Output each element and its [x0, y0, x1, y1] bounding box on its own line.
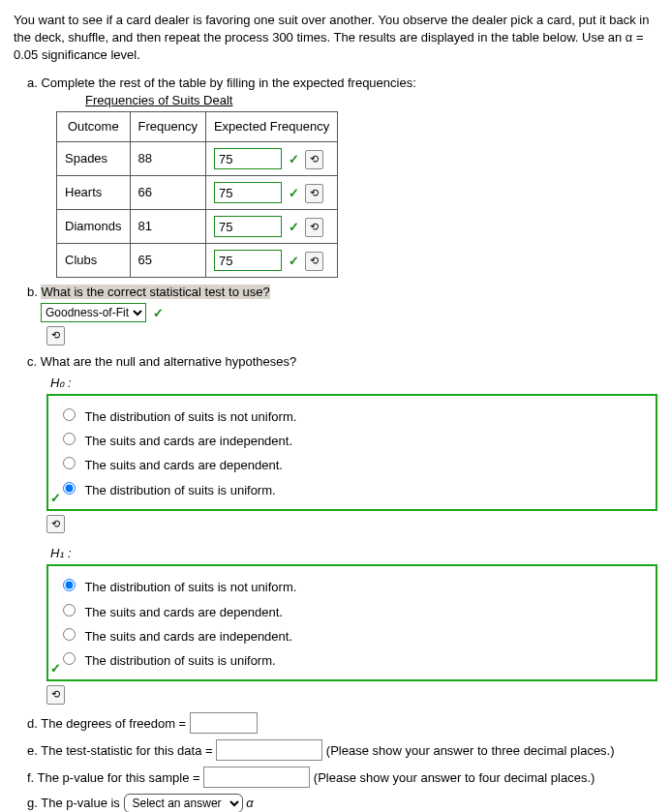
radio-option[interactable]: The suits and cards are independent. [58, 625, 650, 646]
alpha-symbol: α [246, 796, 253, 810]
table-row: Spades 88 ✓ ⟲ [57, 142, 338, 176]
h0-label: H₀ : [50, 375, 657, 392]
col-outcome: Outcome [57, 111, 131, 141]
radio-option[interactable]: The distribution of suits is uniform. [58, 649, 650, 670]
check-icon: ✓ [289, 219, 299, 236]
outcome-cell: Hearts [57, 176, 131, 210]
part-b: b. What is the correct statistical test … [27, 284, 657, 346]
table-title: Frequencies of Suits Dealt [85, 92, 657, 109]
radio-option[interactable]: The distribution of suits is not uniform… [58, 406, 650, 426]
part-d: d. The degrees of freedom = [27, 712, 657, 734]
retry-button[interactable]: ⟲ [305, 184, 323, 202]
retry-button[interactable]: ⟲ [305, 252, 323, 270]
col-freq: Frequency [130, 111, 205, 141]
part-e-hint: (Please show your answer to three decima… [326, 742, 615, 757]
part-g: g. The p-value is Select an answer α [27, 794, 657, 812]
outcome-cell: Clubs [57, 244, 131, 278]
option-label: The distribution of suits is not uniform… [84, 409, 296, 424]
part-e: e. The test-statistic for this data = (P… [27, 739, 657, 761]
part-d-prompt: d. The degrees of freedom = [27, 715, 186, 730]
table-row: Clubs 65 ✓ ⟲ [57, 244, 338, 278]
check-icon: ✓ [289, 253, 299, 270]
retry-button[interactable]: ⟲ [46, 515, 65, 533]
check-icon: ✓ [289, 151, 299, 168]
radio-option[interactable]: The distribution of suits is not uniform… [58, 576, 650, 596]
radio-option[interactable]: The suits and cards are dependent. [58, 601, 650, 621]
part-f-hint: (Please show your answer to four decimal… [314, 769, 595, 784]
radio-option[interactable]: The distribution of suits is uniform. [58, 479, 650, 499]
option-label: The distribution of suits is not uniform… [84, 580, 296, 594]
h0-group: The distribution of suits is not uniform… [46, 394, 657, 511]
expected-input[interactable] [214, 216, 282, 237]
option-label: The suits and cards are independent. [84, 434, 292, 448]
h1-label: H₁ : [50, 545, 657, 562]
part-e-prompt: e. The test-statistic for this data = [27, 742, 213, 757]
expected-input[interactable] [214, 182, 282, 203]
table-row: Diamonds 81 ✓ ⟲ [57, 210, 338, 244]
option-label: The distribution of suits is uniform. [84, 483, 275, 497]
option-label: The suits and cards are dependent. [84, 605, 283, 619]
part-f-prompt: f. The p-value for this sample = [27, 769, 200, 784]
check-icon: ✓ [50, 660, 61, 677]
option-label: The distribution of suits is uniform. [84, 653, 275, 668]
check-icon: ✓ [289, 185, 299, 202]
retry-button[interactable]: ⟲ [46, 685, 65, 704]
option-label: The suits and cards are independent. [84, 629, 292, 644]
radio-option[interactable]: The suits and cards are dependent. [58, 454, 650, 474]
part-f: f. The p-value for this sample = (Please… [27, 767, 657, 788]
freq-cell: 88 [130, 142, 205, 176]
pvalue-compare-select[interactable]: Select an answer [124, 794, 243, 812]
part-a: a. Complete the rest of the table by fil… [27, 75, 657, 279]
retry-button[interactable]: ⟲ [46, 326, 65, 345]
option-label: The suits and cards are dependent. [84, 458, 283, 472]
h1-group: The distribution of suits is not uniform… [46, 564, 657, 681]
question-intro: You want to see if a card dealer is favo… [14, 12, 657, 65]
expected-input[interactable] [214, 250, 282, 271]
freq-cell: 66 [130, 176, 205, 210]
retry-button[interactable]: ⟲ [305, 218, 323, 236]
check-icon: ✓ [153, 305, 164, 322]
freq-table: Outcome Frequency Expected Frequency Spa… [56, 111, 338, 278]
pvalue-input[interactable] [203, 767, 310, 788]
outcome-cell: Diamonds [57, 210, 131, 244]
df-input[interactable] [190, 712, 258, 734]
test-stat-input[interactable] [216, 739, 322, 761]
radio-option[interactable]: The suits and cards are independent. [58, 430, 650, 450]
retry-button[interactable]: ⟲ [305, 150, 323, 168]
freq-cell: 81 [130, 210, 205, 244]
part-g-prompt: g. The p-value is [27, 796, 120, 810]
part-a-prompt: a. Complete the rest of the table by fil… [27, 75, 657, 92]
table-row: Hearts 66 ✓ ⟲ [57, 176, 338, 210]
check-icon: ✓ [50, 490, 61, 507]
col-exp: Expected Frequency [205, 111, 337, 141]
part-b-prompt: What is the correct statistical test to … [41, 285, 269, 299]
part-c-prompt: c. What are the null and alternative hyp… [27, 353, 657, 371]
test-select[interactable]: Goodness-of-Fit [41, 303, 146, 322]
expected-input[interactable] [214, 148, 282, 169]
outcome-cell: Spades [57, 142, 131, 176]
part-c: c. What are the null and alternative hyp… [27, 353, 657, 705]
freq-cell: 65 [130, 244, 205, 278]
